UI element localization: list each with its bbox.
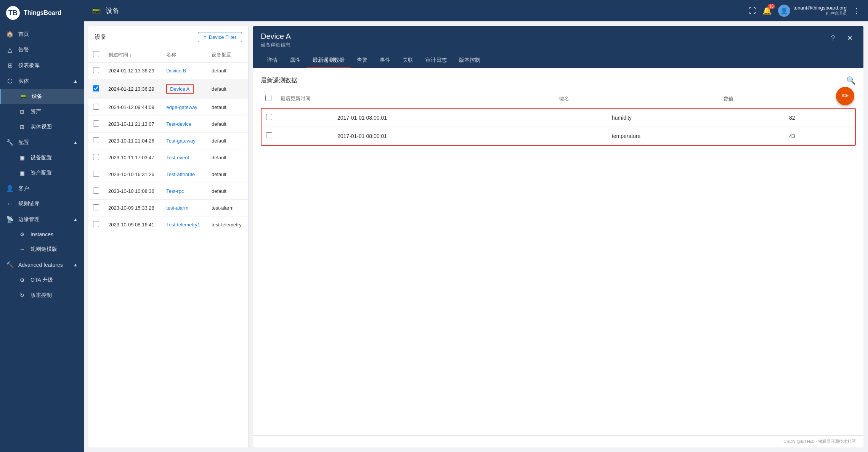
row-created-at: 2024-01-12 09:44:09 (104, 99, 162, 116)
customer-icon: 👤 (6, 185, 14, 192)
sidebar-sub-label: 实体视图 (30, 123, 52, 130)
row-checkbox[interactable] (93, 120, 99, 127)
telemetry-select-all[interactable] (265, 95, 271, 101)
table-row[interactable]: 2023-10-10 16:31:26Test-attributedefault (88, 166, 248, 183)
tab-relations[interactable]: 关联 (396, 53, 419, 68)
filter-btn-label: Device Filter (209, 34, 236, 40)
sidebar-item-rule-chain-template[interactable]: ↔ 规则链模版 (0, 242, 84, 257)
table-row[interactable]: 2023-10-11 21:13:07Test-devicedefault (88, 116, 248, 133)
device-table: 创建时间 ↓ 名称 设备配置 2024-01-12 13:36:29Device… (88, 47, 248, 447)
row-device-name[interactable]: Test-attribute (162, 166, 207, 183)
table-row[interactable]: 2023-10-09 08:16:41Test-telemetry1test-t… (88, 216, 248, 233)
row-created-at: 2024-01-12 13:36:29 (104, 79, 162, 99)
row-checkbox[interactable] (93, 204, 99, 210)
notification-count: 15 (768, 4, 775, 9)
tab-telemetry[interactable]: 最新遥测数据 (306, 53, 351, 68)
detail-tabs: 详情 属性 最新遥测数据 告警 事件 关联 审计日志 版本控制 (261, 53, 856, 68)
row-device-name[interactable]: test-alarm (162, 200, 207, 216)
tab-details[interactable]: 详情 (261, 53, 284, 68)
sidebar-section-config[interactable]: 🔧 配置 ▲ (0, 135, 84, 150)
sidebar-logo: TB ThingsBoard (0, 0, 84, 26)
sidebar-item-asset-profile[interactable]: ▣ 资产配置 (0, 165, 84, 181)
row-checkbox[interactable] (93, 104, 99, 110)
sidebar-section-entity[interactable]: ⬡ 实体 ▲ (0, 73, 84, 89)
sidebar-item-device[interactable]: 📟 设备 (0, 89, 84, 104)
sidebar-sub-label: 资产 (30, 108, 41, 115)
row-device-name[interactable]: Test-event (162, 149, 207, 166)
home-icon: 🏠 (6, 30, 14, 38)
row-device-name[interactable]: edge-gateway (162, 99, 207, 116)
table-row[interactable]: 2023-10-11 21:04:26Test-gatewaydefault (88, 133, 248, 149)
table-row[interactable]: 2024-01-12 13:36:29Device Adefault (88, 79, 248, 99)
footer-text: CSDN @IoTHub · 物联网开源技术社区 (783, 439, 856, 444)
edit-fab[interactable]: ✏ (836, 87, 854, 105)
row-checkbox[interactable] (93, 137, 99, 143)
sidebar-item-version-control[interactable]: ↻ 版本控制 (0, 288, 84, 303)
row-device-name[interactable]: Device B (162, 63, 207, 79)
ota-icon: ⚙ (18, 277, 26, 283)
telemetry-row-checkbox[interactable] (266, 114, 272, 120)
table-row[interactable]: 2023-10-11 17:03:47Test-eventdefault (88, 149, 248, 166)
sidebar-item-customer[interactable]: 👤 客户 (0, 181, 84, 196)
sidebar-item-home[interactable]: 🏠 首页 (0, 26, 84, 42)
select-all-checkbox[interactable] (93, 51, 99, 57)
notification-button[interactable]: 🔔 15 (762, 6, 772, 15)
tab-events[interactable]: 事件 (374, 53, 396, 68)
row-checkbox[interactable] (93, 85, 99, 91)
telemetry-row-checkbox[interactable] (266, 132, 272, 138)
sidebar-item-label: 规则链库 (18, 200, 40, 207)
sidebar-item-device-profile[interactable]: ▣ 设备配置 (0, 150, 84, 165)
sidebar-section-advanced[interactable]: 🔨 Advanced features ▲ (0, 257, 84, 272)
telemetry-row[interactable]: 2017-01-01 08:00:01humidity82 (262, 109, 855, 127)
close-button[interactable]: ✕ (844, 32, 856, 44)
telemetry-search-button[interactable]: 🔍 (846, 76, 856, 85)
fullscreen-button[interactable]: ⛶ (749, 6, 756, 15)
user-menu[interactable]: 👤 tenant@thingsboard.org 租户管理员 (778, 5, 847, 17)
sidebar-item-entity-view[interactable]: ⊞ 实体视图 (0, 119, 84, 135)
table-row[interactable]: 2024-01-12 09:44:09edge-gatewaydefault (88, 99, 248, 116)
version-control-icon: ↻ (18, 292, 26, 298)
sidebar-item-rule-chain[interactable]: ↔ 规则链库 (0, 196, 84, 212)
logo-icon: TB (6, 6, 20, 20)
row-device-profile: default (207, 99, 248, 116)
row-checkbox[interactable] (93, 154, 99, 160)
table-row[interactable]: 2023-10-09 15:33:28test-alarmtest-alarm (88, 200, 248, 216)
telemetry-row[interactable]: 2017-01-01 08:00:01temperature43 (262, 127, 855, 145)
device-list-panel: 设备 ≡ Device Filter 创建时间 ↓ 名称 设备配置 (88, 26, 249, 447)
rule-chain-icon: ↔ (6, 200, 14, 207)
row-device-name[interactable]: Test-rpc (162, 183, 207, 200)
table-row[interactable]: 2023-10-10 10:08:36Test-rpcdefault (88, 183, 248, 200)
row-device-profile: default (207, 133, 248, 149)
device-profile-icon: ▣ (18, 155, 26, 161)
help-button[interactable]: ? (827, 32, 839, 44)
row-checkbox[interactable] (93, 171, 99, 177)
row-device-name[interactable]: Device A (162, 79, 207, 99)
row-checkbox[interactable] (93, 221, 99, 227)
sidebar-sub-label: Instances (30, 231, 53, 237)
device-filter-button[interactable]: ≡ Device Filter (198, 32, 242, 42)
table-row[interactable]: 2024-01-12 13:36:29Device Bdefault (88, 63, 248, 79)
tab-audit[interactable]: 审计日志 (419, 53, 453, 68)
telemetry-key: temperature (607, 127, 785, 145)
topbar-left: 📟 设备 (91, 6, 119, 15)
tab-attributes[interactable]: 属性 (284, 53, 306, 68)
row-checkbox[interactable] (93, 188, 99, 194)
telemetry-col-last-update: 最后更新时间 (276, 91, 555, 106)
sidebar-item-dashboard[interactable]: ⊞ 仪表板库 (0, 58, 84, 73)
row-created-at: 2024-01-12 13:36:29 (104, 63, 162, 79)
row-created-at: 2023-10-09 15:33:28 (104, 200, 162, 216)
row-device-name[interactable]: Test-device (162, 116, 207, 133)
sidebar-item-asset[interactable]: ⊞ 资产 (0, 104, 84, 119)
sidebar-item-alert[interactable]: △ 告警 (0, 42, 84, 58)
more-menu-button[interactable]: ⋮ (853, 6, 860, 15)
tab-alarms[interactable]: 告警 (351, 53, 374, 68)
row-device-name[interactable]: Test-gateway (162, 133, 207, 149)
sidebar-item-ota[interactable]: ⚙ OTA 升级 (0, 272, 84, 288)
sidebar-sub-label: OTA 升级 (30, 277, 53, 284)
sidebar-item-instances[interactable]: ⚙ Instances (0, 227, 84, 242)
row-checkbox[interactable] (93, 67, 99, 73)
topbar: 📟 设备 ⛶ 🔔 15 👤 tenant@thingsboard.org 租户管… (84, 0, 868, 21)
sidebar-section-edge[interactable]: 📡 边缘管理 ▲ (0, 212, 84, 227)
row-device-name[interactable]: Test-telemetry1 (162, 216, 207, 233)
tab-version[interactable]: 版本控制 (453, 53, 486, 68)
